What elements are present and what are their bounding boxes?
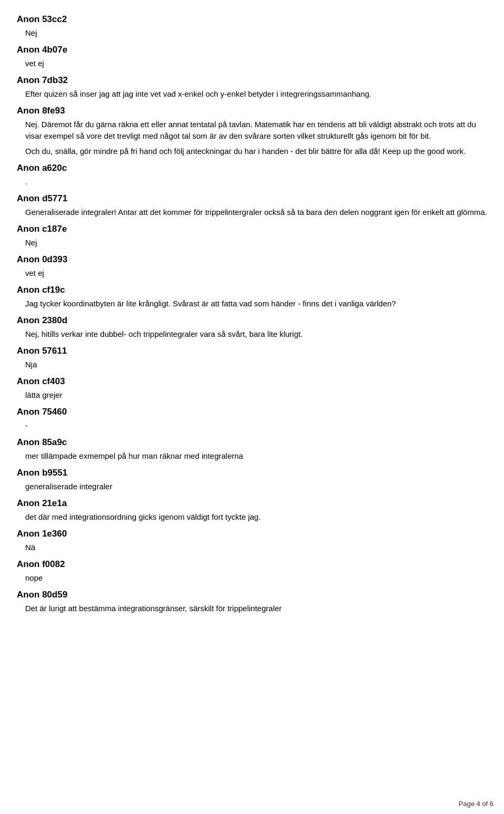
list-item: Anon d5771Generaliserade integraler! Ant… bbox=[17, 192, 487, 218]
entry-response-text: mer tillämpade exmempel på hur man räkna… bbox=[17, 450, 487, 462]
list-item: Anon 1e360Nä bbox=[17, 527, 487, 553]
entry-response-text: Nej bbox=[17, 27, 487, 39]
list-item: Anon 85a9cmer tillämpade exmempel på hur… bbox=[17, 436, 487, 462]
entry-author-name: Anon 21e1a bbox=[17, 497, 487, 510]
list-item: Anon a620c. bbox=[17, 161, 487, 188]
entry-response-text: Nej. Däremot får du gärna räkna ett elle… bbox=[17, 119, 487, 142]
entry-response-text: lätta grejer bbox=[17, 389, 487, 401]
entry-response-text: Nej bbox=[17, 237, 487, 249]
entry-response-text: generaliserade integraler bbox=[17, 481, 487, 493]
list-item: Anon 80d59Det är lurigt att bestämma int… bbox=[17, 588, 487, 614]
entry-response-text: Och du, snälla, gör mindre på fri hand o… bbox=[17, 146, 487, 158]
list-item: Anon f0082nope bbox=[17, 558, 487, 584]
entry-response-text: vet ej bbox=[17, 267, 487, 280]
list-item: Anon c187eNej bbox=[17, 222, 487, 249]
entry-response-text: vet ej bbox=[17, 58, 487, 70]
list-item: Anon 75460- bbox=[17, 405, 487, 431]
entry-response-text: Efter quizen så inser jag att jag inte v… bbox=[17, 88, 487, 100]
list-item: Anon 2380dNej, hitills verkar inte dubbe… bbox=[17, 314, 487, 340]
entry-author-name: Anon 53cc2 bbox=[17, 13, 487, 26]
entry-response-text: nope bbox=[17, 572, 487, 584]
list-item: Anon 4b07evet ej bbox=[17, 43, 487, 69]
entry-response-text: Jag tycker koordinatbyten är lite krångl… bbox=[17, 298, 487, 310]
entry-response-text: Nä bbox=[17, 542, 487, 554]
entry-author-name: Anon 75460 bbox=[17, 405, 487, 419]
list-item: Anon 8fe93Nej. Däremot får du gärna räkn… bbox=[17, 104, 487, 157]
list-item: Anon 21e1adet där med integrationsordnin… bbox=[17, 497, 487, 523]
entry-response-text: - bbox=[17, 420, 487, 432]
entry-author-name: Anon 1e360 bbox=[17, 527, 487, 541]
entry-author-name: Anon a620c bbox=[17, 161, 487, 175]
entry-author-name: Anon 2380d bbox=[17, 314, 487, 327]
entry-response-text: Generaliserade integraler! Antar att det… bbox=[17, 207, 487, 219]
entry-author-name: Anon 7db32 bbox=[17, 74, 487, 87]
entry-author-name: Anon 80d59 bbox=[17, 588, 487, 602]
entry-author-name: Anon cf19c bbox=[17, 283, 487, 297]
entry-response-text: Nej, hitills verkar inte dubbel- och tri… bbox=[17, 328, 487, 341]
list-item: Anon cf403lätta grejer bbox=[17, 375, 487, 401]
entry-author-name: Anon d5771 bbox=[17, 192, 487, 205]
entry-author-name: Anon b9551 bbox=[17, 466, 487, 480]
entry-response-text: det där med integrationsordning gicks ig… bbox=[17, 511, 487, 523]
entries-container: Anon 53cc2NejAnon 4b07evet ejAnon 7db32E… bbox=[17, 13, 487, 614]
entry-author-name: Anon cf403 bbox=[17, 375, 487, 388]
list-item: Anon 53cc2Nej bbox=[17, 13, 487, 39]
entry-author-name: Anon c187e bbox=[17, 222, 487, 236]
entry-response-text: Nja bbox=[17, 359, 487, 371]
entry-author-name: Anon 0d393 bbox=[17, 253, 487, 266]
entry-response-text: . bbox=[17, 176, 487, 188]
entry-author-name: Anon 8fe93 bbox=[17, 104, 487, 118]
list-item: Anon b9551generaliserade integraler bbox=[17, 466, 487, 492]
entry-author-name: Anon 85a9c bbox=[17, 436, 487, 449]
entry-response-text: Det är lurigt att bestämma integrationsg… bbox=[17, 603, 487, 615]
list-item: Anon cf19cJag tycker koordinatbyten är l… bbox=[17, 283, 487, 310]
entry-author-name: Anon 57611 bbox=[17, 344, 487, 358]
entry-author-name: Anon 4b07e bbox=[17, 43, 487, 57]
list-item: Anon 57611Nja bbox=[17, 344, 487, 370]
entry-author-name: Anon f0082 bbox=[17, 558, 487, 571]
list-item: Anon 7db32Efter quizen så inser jag att … bbox=[17, 74, 487, 100]
list-item: Anon 0d393vet ej bbox=[17, 253, 487, 279]
